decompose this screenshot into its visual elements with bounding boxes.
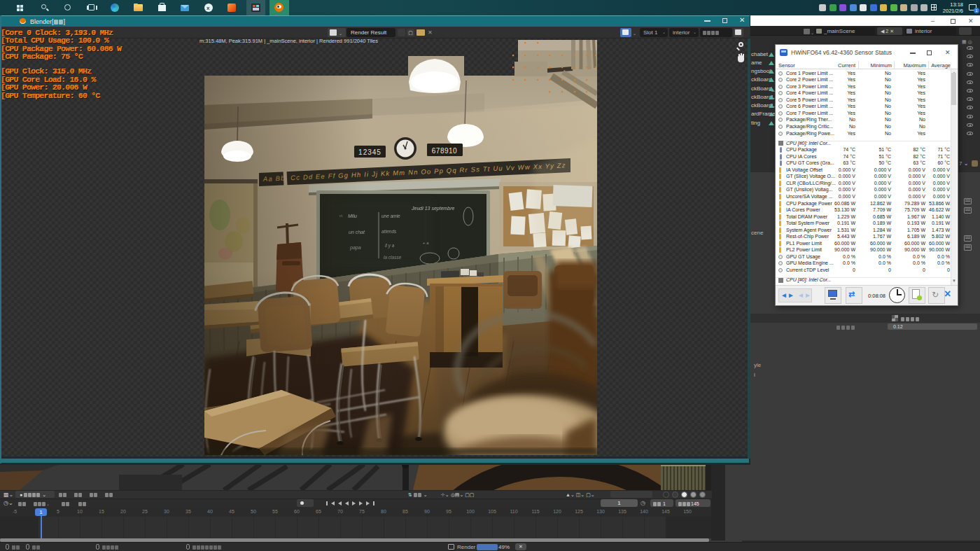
- svg-text:attends: attends: [382, 229, 397, 234]
- svg-text:il y a: il y a: [385, 243, 395, 249]
- svg-text:Jeudi 13 septembre: Jeudi 13 septembre: [411, 206, 455, 211]
- svg-text:+ a: + a: [423, 241, 429, 245]
- svg-text:678910: 678910: [432, 147, 457, 155]
- svg-text:une amie: une amie: [382, 214, 400, 218]
- svg-text:la classe: la classe: [384, 255, 402, 260]
